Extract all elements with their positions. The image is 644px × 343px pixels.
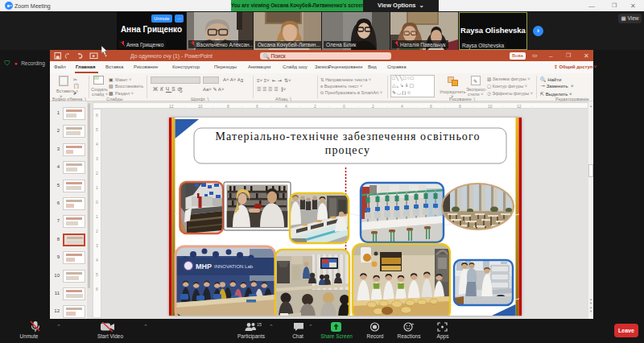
svg-text:+: + — [411, 322, 415, 326]
svg-text:процесу: процесу — [325, 144, 370, 156]
svg-text:15: 15 — [257, 322, 262, 327]
svg-text:МНР: МНР — [196, 262, 212, 271]
svg-text:Матеріально-технічне забезпече: Матеріально-технічне забезпечення освітн… — [215, 130, 480, 143]
svg-text:INNOVATION Lab: INNOVATION Lab — [214, 264, 254, 269]
